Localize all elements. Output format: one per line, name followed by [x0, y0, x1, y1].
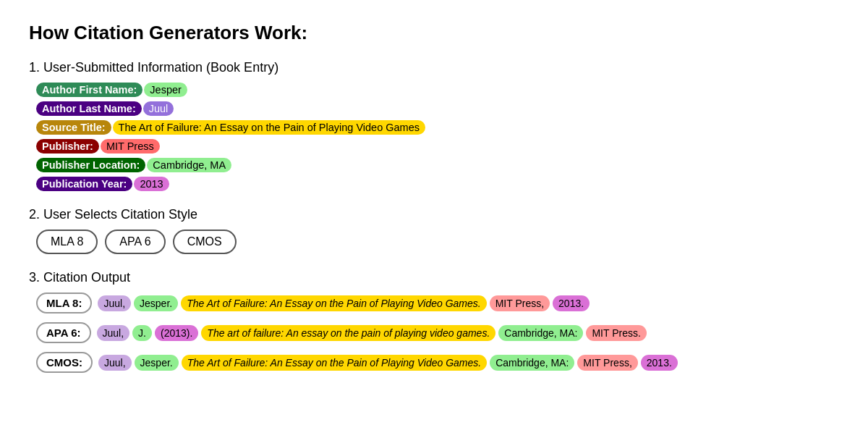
- apa6-initial: J.: [132, 325, 152, 341]
- field-publisher-location: Publisher Location: Cambridge, MA: [36, 158, 839, 172]
- section-style-select: 2. User Selects Citation Style MLA 8 APA…: [29, 207, 839, 254]
- field-publication-year: Publication Year: 2013: [36, 177, 839, 191]
- cmos-first-name: Jesper.: [135, 355, 179, 371]
- apa6-last-name: Juul,: [97, 325, 130, 341]
- value-publisher-location: Cambridge, MA: [147, 158, 231, 172]
- apa6-label: APA 6:: [36, 322, 91, 343]
- value-source-title: The Art of Failure: An Essay on the Pain…: [113, 120, 425, 135]
- mla8-label: MLA 8:: [36, 293, 92, 314]
- label-source-title: Source Title:: [36, 120, 111, 135]
- cmos-location: Cambridge, MA:: [490, 355, 574, 371]
- apa6-year: (2013).: [155, 325, 198, 341]
- section-output-heading: 3. Citation Output: [29, 270, 839, 285]
- label-author-first: Author First Name:: [36, 83, 142, 97]
- fields-container: Author First Name: Jesper Author Last Na…: [36, 83, 839, 191]
- mla8-button[interactable]: MLA 8: [36, 230, 98, 254]
- mla8-title: The Art of Failure: An Essay on the Pain…: [181, 295, 486, 311]
- value-publisher: MIT Press: [101, 139, 160, 153]
- field-publisher: Publisher: MIT Press: [36, 139, 839, 153]
- page-title: How Citation Generators Work:: [29, 22, 839, 44]
- cmos-button[interactable]: CMOS: [173, 230, 237, 254]
- cmos-title: The Art of Failure: An Essay on the Pain…: [182, 355, 487, 371]
- section-user-input: 1. User-Submitted Information (Book Entr…: [29, 60, 839, 191]
- label-author-last: Author Last Name:: [36, 101, 142, 116]
- apa6-press: MIT Press.: [586, 325, 646, 341]
- cmos-press: MIT Press,: [577, 355, 637, 371]
- cmos-last-name: Juul,: [98, 355, 132, 371]
- apa6-citation-row: APA 6: Juul, J. (2013). The art of failu…: [36, 322, 839, 343]
- apa6-title: The art of failure: An essay on the pain…: [201, 325, 495, 341]
- value-author-last: Juul: [143, 101, 174, 116]
- style-buttons-container: MLA 8 APA 6 CMOS: [36, 230, 839, 254]
- mla8-last-name: Juul,: [98, 295, 131, 311]
- citation-outputs-container: MLA 8: Juul, Jesper. The Art of Failure:…: [36, 293, 839, 373]
- label-publisher: Publisher:: [36, 139, 99, 153]
- cmos-label: CMOS:: [36, 352, 93, 373]
- section-style-heading: 2. User Selects Citation Style: [29, 207, 839, 222]
- apa6-location: Cambridge, MA:: [498, 325, 583, 341]
- section-citation-output: 3. Citation Output MLA 8: Juul, Jesper. …: [29, 270, 839, 373]
- mla8-press: MIT Press,: [490, 295, 550, 311]
- field-source-title: Source Title: The Art of Failure: An Ess…: [36, 120, 839, 135]
- section-user-input-heading: 1. User-Submitted Information (Book Entr…: [29, 60, 839, 75]
- apa6-button[interactable]: APA 6: [105, 230, 165, 254]
- value-author-first: Jesper: [144, 83, 187, 97]
- cmos-year: 2013.: [641, 355, 678, 371]
- mla8-first-name: Jesper.: [134, 295, 178, 311]
- label-publisher-location: Publisher Location:: [36, 158, 145, 172]
- label-publication-year: Publication Year:: [36, 177, 132, 191]
- cmos-citation-row: CMOS: Juul, Jesper. The Art of Failure: …: [36, 352, 839, 373]
- value-publication-year: 2013: [134, 177, 169, 191]
- field-author-first: Author First Name: Jesper: [36, 83, 839, 97]
- mla8-citation-row: MLA 8: Juul, Jesper. The Art of Failure:…: [36, 293, 839, 314]
- mla8-year: 2013.: [553, 295, 590, 311]
- field-author-last: Author Last Name: Juul: [36, 101, 839, 116]
